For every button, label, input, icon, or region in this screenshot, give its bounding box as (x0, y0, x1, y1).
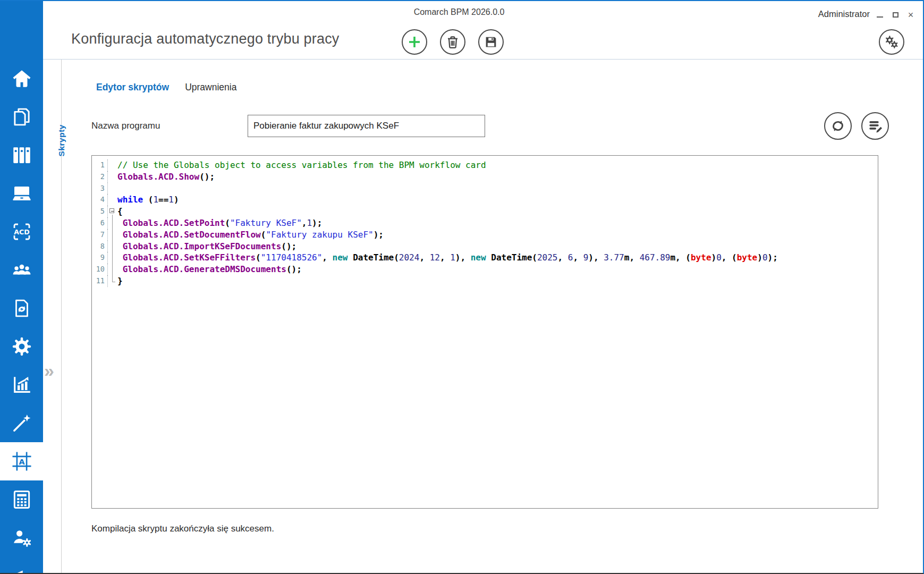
fold-margin (108, 229, 117, 241)
app-window: ACDA Comarch BPM 2026.0.0 Administrator … (0, 0, 924, 574)
code-line-9: 9 Globals.ACD.SetKSeFFilters("1170418526… (92, 252, 878, 264)
sidebar-item-automation[interactable]: A (0, 442, 43, 480)
app-title: Comarch BPM 2026.0.0 (414, 7, 505, 17)
fold-margin (108, 159, 117, 171)
sidebar-item-document-exchange[interactable] (0, 289, 43, 327)
sidebar-item-acd[interactable]: ACD (0, 213, 43, 251)
maximize-icon (893, 12, 898, 18)
tab-bar: Edytor skryptówUprawnienia (96, 82, 923, 93)
code-line-7: 7 Globals.ACD.SetDocumentFlow("Faktury z… (92, 229, 878, 241)
line-number: 7 (92, 229, 108, 241)
code-text: Globals.ACD.ImportKSeFDocuments(); (117, 241, 296, 252)
code-text: { (117, 206, 123, 217)
sidebar-item-wizard[interactable] (0, 404, 43, 442)
window-controls: × (876, 10, 914, 20)
maximize-button[interactable] (892, 11, 899, 19)
code-text: Globals.ACD.GenerateDMSDocuments(); (117, 264, 302, 275)
code-text: while (1==1) (117, 194, 179, 206)
app-header: Comarch BPM 2026.0.0 Administrator × Kon… (43, 1, 923, 60)
fold-margin (108, 183, 117, 195)
user-label: Administrator (818, 9, 870, 19)
program-name-input[interactable] (248, 115, 485, 137)
content-panel: Edytor skryptówUprawnienia Nazwa program… (61, 60, 923, 573)
tab-edytor-skryptów[interactable]: Edytor skryptów (96, 82, 169, 93)
settings-button-wrap (879, 29, 904, 55)
code-text: // Use the Globals object to access vari… (117, 159, 486, 171)
sidebar-item-calculator[interactable] (0, 480, 43, 519)
sidebar: ACDA (0, 1, 43, 573)
code-line-2: 2Globals.ACD.Show(); (92, 171, 878, 183)
code-text: Globals.ACD.SetPoint("Faktury KSeF",1); (117, 217, 322, 229)
fold-margin (108, 194, 117, 206)
code-text: } (117, 275, 123, 287)
line-number: 8 (92, 241, 108, 252)
sidebar-item-home[interactable] (0, 60, 43, 98)
sidebar-item-reports[interactable] (0, 366, 43, 404)
code-line-3: 3 (92, 183, 878, 195)
expand-panel-button[interactable]: » (44, 361, 54, 379)
code-line-10: 10 Globals.ACD.GenerateDMSDocuments(); (92, 264, 878, 275)
tab-uprawnienia[interactable]: Uprawnienia (185, 82, 236, 93)
program-name-row: Nazwa programu (91, 112, 889, 140)
header-toolbar (402, 29, 504, 55)
line-number: 5 (92, 206, 108, 217)
line-number: 2 (92, 171, 108, 183)
close-button[interactable]: × (907, 11, 914, 19)
line-number: 4 (92, 194, 108, 206)
line-number: 1 (92, 159, 108, 171)
page-title: Konfiguracja automatycznego trybu pracy (71, 31, 340, 47)
fold-margin (108, 264, 117, 275)
sidebar-item-user-config[interactable] (0, 519, 43, 557)
minimize-icon (877, 16, 883, 18)
code-line-1: 1// Use the Globals object to access var… (92, 159, 878, 171)
body-row: Skrypty » Edytor skryptówUprawnienia Naz… (43, 60, 923, 573)
code-line-8: 8 Globals.ACD.ImportKSeFDocuments(); (92, 241, 878, 252)
panel-tab-skrypty[interactable]: Skrypty (57, 124, 66, 156)
svg-text:ACD: ACD (14, 228, 29, 236)
settings-button[interactable] (879, 29, 904, 55)
code-line-4: 4while (1==1) (92, 194, 878, 206)
sidebar-item-users[interactable] (0, 251, 43, 289)
line-number: 3 (92, 183, 108, 195)
save-button[interactable] (478, 29, 504, 55)
sidebar-item-documents[interactable] (0, 98, 43, 136)
sidebar-item-settings[interactable] (0, 327, 43, 366)
refresh-button[interactable] (824, 112, 852, 140)
code-text: Globals.ACD.SetDocumentFlow("Faktury zak… (117, 229, 384, 241)
code-text: Globals.ACD.SetKSeFFilters("1170418526",… (117, 252, 778, 264)
compile-status-message: Kompilacja skryptu zakończyła się sukces… (91, 524, 923, 534)
sidebar-item-workstation[interactable] (0, 174, 43, 213)
fold-margin (108, 171, 117, 183)
fold-margin (108, 241, 117, 252)
fold-margin (108, 252, 117, 264)
line-number: 10 (92, 264, 108, 275)
line-number: 11 (92, 275, 108, 287)
sidebar-item-binders[interactable] (0, 136, 43, 174)
script-code-editor[interactable]: 1// Use the Globals object to access var… (91, 155, 878, 509)
compile-button[interactable] (861, 112, 889, 140)
fold-collapse-icon[interactable] (108, 206, 117, 217)
code-line-6: 6 Globals.ACD.SetPoint("Faktury KSeF",1)… (92, 217, 878, 229)
script-row-buttons (824, 112, 889, 140)
main-area: Comarch BPM 2026.0.0 Administrator × Kon… (43, 1, 923, 573)
program-name-label: Nazwa programu (91, 121, 248, 131)
side-panel-strip: Skrypty » (43, 60, 61, 573)
add-button[interactable] (402, 29, 427, 55)
svg-text:A: A (19, 458, 25, 466)
code-line-11: 11} (92, 275, 878, 287)
fold-margin (108, 217, 117, 229)
delete-button[interactable] (440, 29, 465, 55)
code-line-5: 5{ (92, 206, 878, 217)
line-number: 6 (92, 217, 108, 229)
code-text: Globals.ACD.Show(); (117, 171, 215, 183)
minimize-button[interactable] (876, 11, 884, 19)
sidebar-item-bottom-partial[interactable] (0, 557, 43, 574)
fold-margin (108, 275, 117, 287)
line-number: 9 (92, 252, 108, 264)
